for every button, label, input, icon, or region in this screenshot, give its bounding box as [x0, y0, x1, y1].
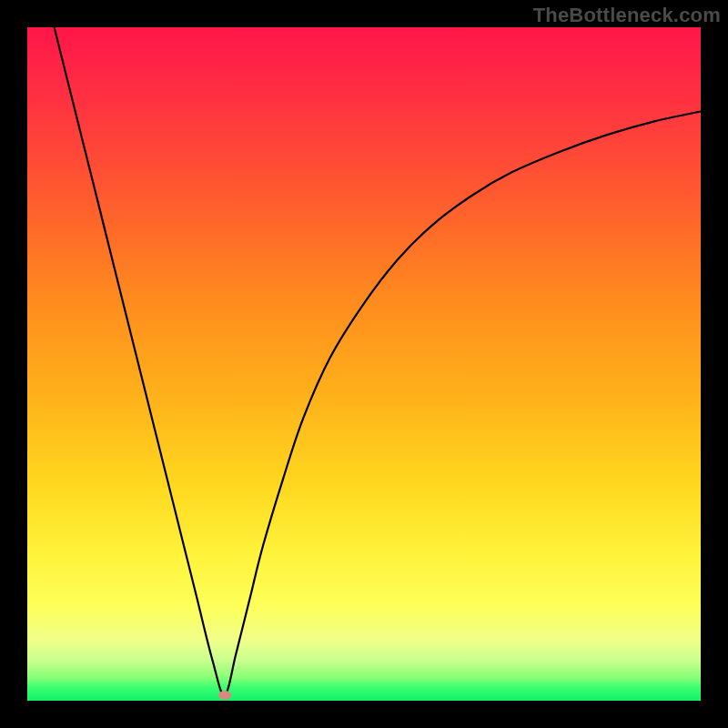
optimum-marker — [218, 691, 231, 700]
chart-frame: TheBottleneck.com — [0, 0, 728, 728]
plot-area — [27, 27, 701, 701]
bottleneck-curve — [27, 27, 701, 701]
watermark-text: TheBottleneck.com — [533, 4, 721, 27]
